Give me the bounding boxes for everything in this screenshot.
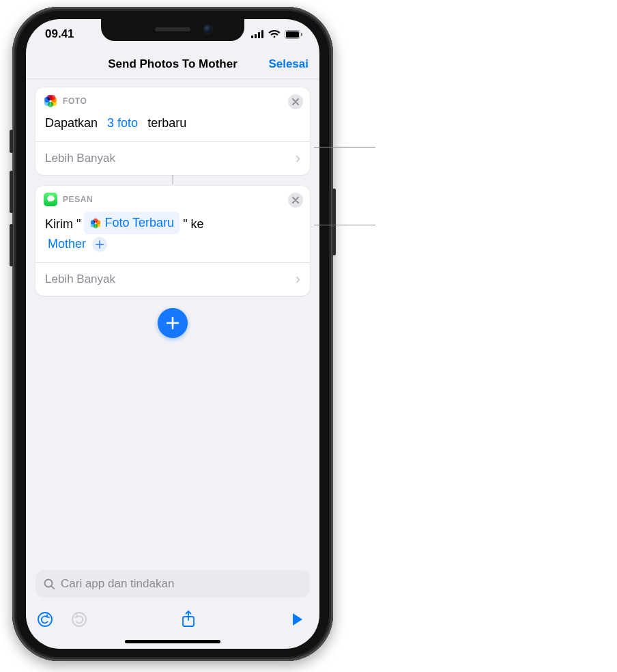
bottom-area: Cari app dan tindakan	[26, 570, 319, 603]
recipient-token[interactable]: Mother	[45, 236, 89, 252]
action-text: Kirim "	[45, 217, 81, 231]
status-time: 09.41	[45, 27, 74, 41]
volume-up-button	[10, 171, 13, 213]
svg-rect-5	[286, 31, 299, 38]
photos-app-icon	[89, 217, 100, 228]
svg-rect-0	[251, 36, 253, 38]
search-bar[interactable]: Cari app dan tindakan	[35, 570, 310, 598]
callout-leader	[314, 147, 375, 148]
action-summary: Dapatkan 3 foto terbaru	[35, 111, 310, 141]
side-button	[332, 188, 336, 255]
search-placeholder: Cari app dan tindakan	[61, 577, 174, 591]
wifi-icon	[268, 30, 281, 38]
search-icon	[44, 578, 55, 590]
show-more-label: Lebih Banyak	[45, 272, 115, 286]
show-more-row[interactable]: Lebih Banyak ›	[35, 141, 310, 175]
svg-rect-1	[255, 34, 257, 38]
play-icon	[291, 613, 304, 626]
magic-variable[interactable]: Foto Terbaru	[84, 212, 180, 234]
mute-switch	[10, 130, 13, 153]
screen: 09.41 Send Photos To Mother Selesai	[26, 19, 319, 649]
action-text: " ke	[183, 217, 203, 231]
svg-rect-2	[258, 32, 260, 38]
svg-rect-3	[261, 30, 263, 38]
plus-icon	[165, 316, 180, 331]
callout-leader	[314, 225, 375, 225]
action-text: Dapatkan	[45, 116, 98, 130]
chevron-right-icon: ›	[296, 151, 300, 166]
plus-icon	[96, 240, 104, 249]
svg-point-9	[72, 613, 86, 626]
delete-action-button[interactable]	[288, 94, 303, 109]
run-button[interactable]	[288, 610, 307, 629]
device-frame: 09.41 Send Photos To Mother Selesai	[12, 7, 333, 661]
share-button[interactable]	[179, 610, 198, 629]
count-parameter[interactable]: 3 foto	[104, 115, 141, 131]
magic-variable-label: Foto Terbaru	[104, 213, 174, 233]
volume-down-button	[10, 224, 13, 266]
svg-point-8	[38, 613, 52, 626]
done-button[interactable]: Selesai	[268, 49, 308, 79]
action-card-photos[interactable]: FOTO Dapatkan 3 foto terbaru Lebih Banya…	[35, 87, 310, 175]
show-more-label: Lebih Banyak	[45, 152, 115, 165]
home-indicator[interactable]	[125, 640, 220, 643]
action-connector	[172, 175, 173, 184]
battery-icon	[285, 30, 303, 39]
redo-icon	[71, 611, 87, 628]
delete-action-button[interactable]	[288, 193, 303, 208]
show-more-row[interactable]: Lebih Banyak ›	[35, 262, 310, 296]
cellular-icon	[251, 30, 264, 38]
page-title: Send Photos To Mother	[108, 57, 238, 71]
action-app-label: PESAN	[63, 195, 93, 204]
toolbar	[26, 603, 319, 636]
editor-canvas[interactable]: FOTO Dapatkan 3 foto terbaru Lebih Banya…	[26, 79, 319, 570]
messages-app-icon	[44, 193, 57, 206]
notch	[101, 19, 244, 41]
add-action-button[interactable]	[158, 308, 188, 338]
close-icon	[292, 197, 299, 204]
add-recipient-button[interactable]	[92, 237, 107, 252]
photos-app-icon	[44, 94, 57, 108]
svg-rect-6	[301, 33, 302, 36]
share-icon	[181, 611, 196, 628]
action-text: terbaru	[147, 116, 186, 130]
undo-button[interactable]	[35, 610, 55, 629]
action-card-messages[interactable]: PESAN Kirim "	[35, 186, 310, 296]
action-summary: Kirim " Foto Terbar	[35, 209, 310, 262]
chevron-right-icon: ›	[296, 272, 300, 287]
nav-bar: Send Photos To Mother Selesai	[26, 49, 319, 79]
action-app-label: FOTO	[63, 96, 87, 106]
close-icon	[292, 98, 299, 105]
undo-icon	[37, 611, 53, 628]
redo-button	[70, 610, 89, 629]
